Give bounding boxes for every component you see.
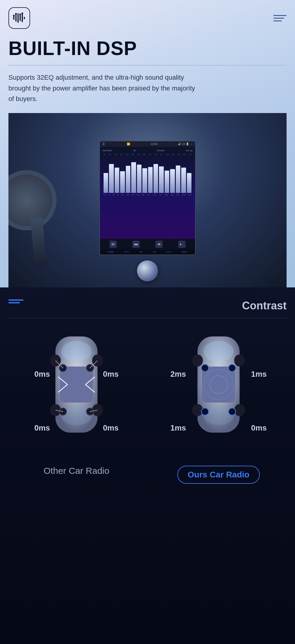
svg-point-36 [192, 404, 203, 416]
screen-nav-back: BACK [182, 251, 188, 253]
svg-rect-32 [202, 366, 235, 403]
nav-car-icon [132, 241, 140, 248]
eq-bar-2 [109, 164, 113, 193]
eq-bar-16 [187, 173, 191, 193]
screen-top-bar: ☰ 📶 12:03 🔊 18 🔋 ← [100, 141, 195, 147]
svg-text:▶: ▶ [180, 243, 182, 246]
eq-bar-13 [170, 169, 175, 193]
screen-ac: A/C [139, 251, 143, 253]
screen-fan: ⊕0 [153, 251, 156, 253]
contrast-line-2 [8, 302, 20, 303]
eq-bar-9 [148, 167, 153, 193]
our-car-svg [188, 333, 249, 436]
contrast-label: Contrast [242, 299, 287, 312]
center-screen: ☰ 📶 12:03 🔊 18 🔋 ← Standard All Default … [99, 141, 196, 255]
svg-rect-14 [114, 243, 115, 245]
bottom-divider [8, 318, 287, 318]
svg-point-37 [234, 404, 245, 416]
svg-point-34 [192, 354, 203, 366]
eq-bars [102, 157, 193, 193]
eq-bar-7 [137, 165, 141, 193]
screen-nav-home: HOME [107, 251, 114, 253]
other-car-top-view: 0ms 0ms 0ms 0ms [31, 333, 122, 460]
contrast-lines-icon [8, 299, 23, 303]
svg-rect-12 [113, 243, 113, 245]
other-car-svg [46, 333, 107, 436]
eq-controls: Standard All Default Set up [102, 149, 193, 152]
svg-point-10 [21, 13, 23, 14]
svg-rect-1 [15, 14, 17, 22]
eq-tab-default: Default [157, 149, 164, 152]
our-timing-top-right: 1ms [251, 370, 267, 379]
dashboard-bg: ☰ 📶 12:03 🔊 18 🔋 ← Standard All Default … [8, 113, 287, 287]
menu-button[interactable] [273, 15, 287, 21]
svg-rect-13 [113, 244, 114, 245]
svg-point-18 [61, 341, 92, 362]
eq-bar-14 [176, 165, 180, 193]
screen-temp-1: 0.0°C [124, 251, 129, 253]
eq-tab-setup: Set up [186, 149, 193, 152]
our-timing-top-left: 2ms [170, 370, 186, 379]
svg-point-9 [19, 14, 21, 15]
eq-mode: Standard [102, 149, 112, 152]
eq-bar-8 [142, 168, 147, 193]
eq-bar-10 [154, 164, 158, 193]
svg-point-31 [203, 341, 234, 362]
page-title: BUILT-IN DSP [8, 38, 287, 59]
svg-point-7 [15, 13, 17, 15]
our-car-column: 2ms 1ms 1ms 0ms [151, 333, 287, 484]
eq-bar-3 [115, 167, 119, 193]
eq-bar-4 [120, 171, 125, 193]
svg-rect-11 [112, 243, 112, 245]
logo-icon [12, 13, 26, 23]
gear-knob [137, 260, 158, 281]
svg-point-35 [234, 354, 245, 366]
ours-car-label-button[interactable]: Ours Car Radio [177, 466, 259, 484]
our-timing-bottom-left: 1ms [170, 423, 186, 433]
svg-rect-19 [60, 366, 93, 403]
bottom-section: Contrast 0ms 0ms 0ms 0ms [0, 287, 295, 644]
svg-point-39 [228, 364, 236, 372]
eq-bar-11 [159, 167, 163, 193]
nav-eq-icon [110, 241, 117, 248]
title-divider [8, 65, 287, 66]
screen-battery: 🔊 18 🔋 ← [178, 143, 193, 146]
hamburger-line-1 [273, 15, 287, 16]
our-timing-bottom-right: 0ms [251, 423, 267, 433]
other-car-column: 0ms 0ms 0ms 0ms [8, 333, 144, 476]
svg-point-38 [201, 364, 209, 372]
nav-music-icon: ▶ [178, 241, 185, 248]
svg-rect-4 [22, 14, 23, 22]
top-section: BUILT-IN DSP Supports 32EQ adjustment, a… [0, 0, 295, 287]
eq-bar-1 [104, 173, 108, 193]
svg-rect-3 [20, 15, 21, 21]
car-dashboard-image: ☰ 📶 12:03 🔊 18 🔋 ← Standard All Default … [8, 113, 287, 287]
hamburger-line-2 [273, 18, 284, 19]
screen-eq-area: Standard All Default Set up Q:2.02.02.02… [100, 147, 195, 239]
screen-wifi: 📶 [127, 143, 130, 146]
eq-tab-all: All [133, 149, 136, 152]
our-car-top-view: 2ms 1ms 1ms 0ms [173, 333, 264, 460]
svg-rect-5 [24, 17, 25, 19]
svg-point-40 [201, 408, 209, 415]
subtitle: Supports 32EQ adjustment, and the ultra-… [8, 72, 195, 104]
contrast-line-1 [8, 299, 23, 301]
contrast-header: Contrast [8, 299, 287, 312]
eq-bar-5 [126, 166, 130, 193]
eq-bar-12 [165, 170, 169, 193]
other-car-label: Other Car Radio [44, 466, 109, 476]
svg-point-6 [13, 15, 15, 17]
header [8, 7, 287, 29]
svg-rect-2 [17, 13, 19, 23]
screen-temp-2: 0.0°C [166, 251, 172, 253]
hamburger-line-3 [273, 20, 282, 21]
svg-rect-0 [13, 16, 14, 20]
screen-time: 12:03 [151, 143, 158, 146]
car-comparison: 0ms 0ms 0ms 0ms [8, 333, 287, 484]
eq-bar-6 [131, 162, 136, 193]
screen-nav-bar: ▶ [100, 239, 195, 250]
screen-bottom-bar: HOME 0.0°C A/C ⊕0 0.0°C BACK [100, 250, 195, 254]
svg-point-41 [228, 408, 236, 415]
svg-rect-15 [134, 244, 138, 245]
screen-mode: ☰ [102, 143, 106, 146]
